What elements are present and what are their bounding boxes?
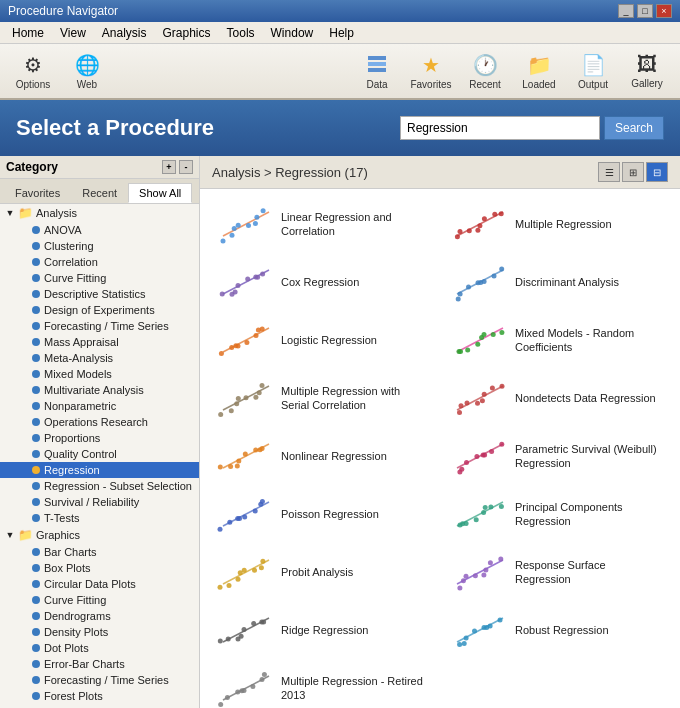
sidebar-item-box-plots[interactable]: Box Plots — [0, 560, 199, 576]
svg-point-68 — [459, 403, 464, 408]
leaf-dot — [32, 564, 40, 572]
svg-point-50 — [458, 349, 463, 354]
menu-analysis[interactable]: Analysis — [94, 24, 155, 42]
sidebar-item-error-bar[interactable]: Error-Bar Charts — [0, 656, 199, 672]
leaf-dot — [32, 434, 40, 442]
list-item[interactable]: Multiple Regression - Retired 2013 — [208, 661, 438, 708]
sidebar-item-label: Nonparametric — [44, 400, 116, 412]
menu-view[interactable]: View — [52, 24, 94, 42]
svg-rect-1 — [368, 62, 386, 66]
menu-home[interactable]: Home — [4, 24, 52, 42]
list-item[interactable]: Probit Analysis — [208, 545, 438, 599]
svg-point-79 — [236, 459, 241, 464]
list-item[interactable]: Logistic Regression — [208, 313, 438, 367]
sidebar-item-density-plots[interactable]: Density Plots — [0, 624, 199, 640]
list-item[interactable]: Cox Regression — [208, 255, 438, 309]
close-button[interactable]: × — [656, 4, 672, 18]
list-item[interactable]: Discriminant Analysis — [442, 255, 672, 309]
options-button[interactable]: ⚙ Options — [8, 48, 58, 94]
svg-point-14 — [458, 229, 463, 234]
sidebar-item-forecasting-g[interactable]: Forecasting / Time Series — [0, 672, 199, 688]
procedure-thumbnail — [217, 378, 273, 418]
sidebar-item-curve-fitting-g[interactable]: Curve Fitting — [0, 592, 199, 608]
tab-recent[interactable]: Recent — [71, 183, 128, 203]
sidebar-item-mass-appraisal[interactable]: Mass Appraisal — [0, 334, 199, 350]
sidebar-item-descriptive[interactable]: Descriptive Statistics — [0, 286, 199, 302]
expand-all-button[interactable]: + — [162, 160, 176, 174]
sidebar-item-analysis[interactable]: ▼ 📁 Analysis — [0, 204, 199, 222]
favorites-button[interactable]: ★ Favorites — [406, 48, 456, 94]
menu-window[interactable]: Window — [263, 24, 322, 42]
data-label: Data — [366, 79, 387, 90]
sidebar-item-forest-plots[interactable]: Forest Plots — [0, 688, 199, 704]
sidebar-item-circular-plots[interactable]: Circular Data Plots — [0, 576, 199, 592]
sidebar-item-nonparametric[interactable]: Nonparametric — [0, 398, 199, 414]
gallery-button[interactable]: 🖼 Gallery — [622, 48, 672, 94]
sidebar-item-mixed-models[interactable]: Mixed Models — [0, 366, 199, 382]
sidebar-item-label: Multivariate Analysis — [44, 384, 144, 396]
svg-point-142 — [472, 629, 477, 634]
sidebar-item-dot-plots[interactable]: Dot Plots — [0, 640, 199, 656]
title-bar: Procedure Navigator _ □ × — [0, 0, 680, 22]
sidebar-item-proportions[interactable]: Proportions — [0, 430, 199, 446]
list-item[interactable]: Principal Components Regression — [442, 487, 672, 541]
sidebar-item-meta-analysis[interactable]: Meta-Analysis — [0, 350, 199, 366]
tab-favorites[interactable]: Favorites — [4, 183, 71, 203]
minimize-button[interactable]: _ — [618, 4, 634, 18]
list-item[interactable]: Linear Regression and Correlation — [208, 197, 438, 251]
svg-point-45 — [254, 333, 259, 338]
recent-label: Recent — [469, 79, 501, 90]
sidebar-item-graphics[interactable]: ▼ 📁 Graphics — [0, 526, 199, 544]
sidebar-item-dendrograms[interactable]: Dendrograms — [0, 608, 199, 624]
sidebar-item-t-tests[interactable]: T-Tests — [0, 510, 199, 526]
list-item[interactable]: Response Surface Regression — [442, 545, 672, 599]
maximize-button[interactable]: □ — [637, 4, 653, 18]
sidebar-item-regression-subset[interactable]: Regression - Subset Selection — [0, 478, 199, 494]
output-button[interactable]: 📄 Output — [568, 48, 618, 94]
procedure-thumbnail — [451, 320, 507, 360]
svg-point-87 — [464, 460, 469, 465]
menu-help[interactable]: Help — [321, 24, 362, 42]
search-input[interactable] — [400, 116, 600, 140]
sidebar-item-correlation[interactable]: Correlation — [0, 254, 199, 270]
list-item[interactable]: Poisson Regression — [208, 487, 438, 541]
list-item[interactable]: Multiple Regression with Serial Correlat… — [208, 371, 438, 425]
sidebar-item-survival[interactable]: Survival / Reliability — [0, 494, 199, 510]
sidebar-item-anova[interactable]: ANOVA — [0, 222, 199, 238]
sidebar-header: Category + - — [0, 156, 199, 179]
data-button[interactable]: Data — [352, 48, 402, 94]
list-item[interactable]: Ridge Regression — [208, 603, 438, 657]
sidebar-item-multivariate[interactable]: Multivariate Analysis — [0, 382, 199, 398]
sidebar-item-function-plots[interactable]: Function Plots — [0, 704, 199, 708]
svg-point-108 — [483, 505, 488, 510]
list-item[interactable]: Parametric Survival (Weibull) Regression — [442, 429, 672, 483]
list-view-button[interactable]: ☰ — [598, 162, 620, 182]
sidebar-item-clustering[interactable]: Clustering — [0, 238, 199, 254]
list-item[interactable]: Multiple Regression — [442, 197, 672, 251]
procedure-thumbnail — [217, 436, 273, 476]
web-button[interactable]: 🌐 Web — [62, 48, 112, 94]
menu-tools[interactable]: Tools — [219, 24, 263, 42]
grid-view-button[interactable]: ⊞ — [622, 162, 644, 182]
collapse-all-button[interactable]: - — [179, 160, 193, 174]
sidebar-item-bar-charts[interactable]: Bar Charts — [0, 544, 199, 560]
list-item[interactable]: Robust Regression — [442, 603, 672, 657]
sidebar-item-curve-fitting[interactable]: Curve Fitting — [0, 270, 199, 286]
search-button[interactable]: Search — [604, 116, 664, 140]
svg-point-19 — [492, 212, 497, 217]
loaded-button[interactable]: 📁 Loaded — [514, 48, 564, 94]
svg-point-8 — [246, 223, 251, 228]
tab-show-all[interactable]: Show All — [128, 183, 192, 203]
leaf-dot — [32, 418, 40, 426]
sidebar-item-operations[interactable]: Operations Research — [0, 414, 199, 430]
menu-graphics[interactable]: Graphics — [155, 24, 219, 42]
list-item[interactable]: Nondetects Data Regression — [442, 371, 672, 425]
list-item[interactable]: Mixed Models - Random Coefficients — [442, 313, 672, 367]
sidebar-item-regression[interactable]: Regression — [0, 462, 199, 478]
sidebar-item-forecasting[interactable]: Forecasting / Time Series — [0, 318, 199, 334]
list-item[interactable]: Nonlinear Regression — [208, 429, 438, 483]
sidebar-item-quality-control[interactable]: Quality Control — [0, 446, 199, 462]
large-view-button[interactable]: ⊟ — [646, 162, 668, 182]
sidebar-item-design-exp[interactable]: Design of Experiments — [0, 302, 199, 318]
recent-button[interactable]: 🕐 Recent — [460, 48, 510, 94]
